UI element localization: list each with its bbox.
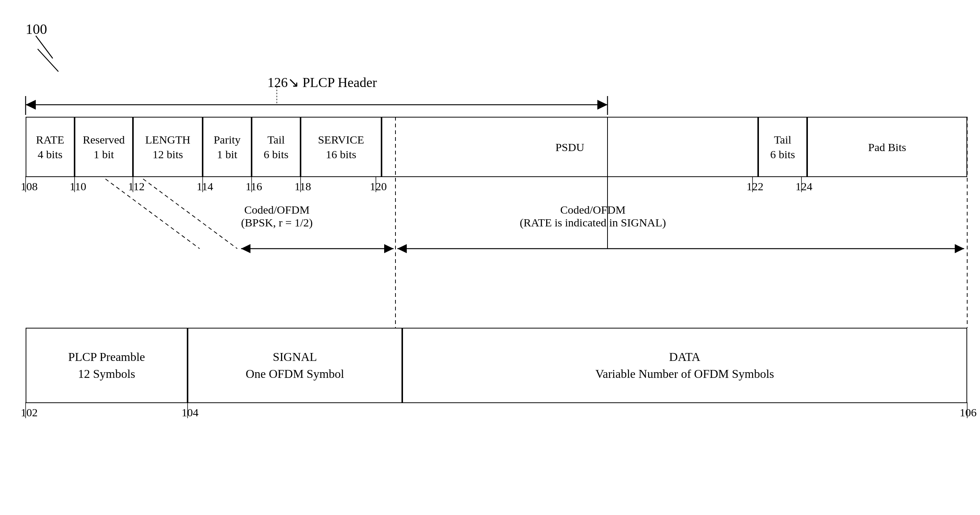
field-tail-2: Tail 6 bits xyxy=(758,118,807,176)
figure-label: 100 xyxy=(25,21,47,37)
ref-106: 106 xyxy=(960,406,977,419)
svg-line-8 xyxy=(105,179,200,249)
ref-118: 118 xyxy=(294,180,311,193)
coded-bpsk-label: Coded/OFDM (BPSK, r = 1/2) xyxy=(241,203,313,229)
bottom-row: PLCP Preamble 12 Symbols SIGNAL One OFDM… xyxy=(25,328,967,403)
svg-overlay xyxy=(0,0,980,515)
ref-116: 116 xyxy=(245,180,262,193)
svg-marker-14 xyxy=(384,244,394,253)
svg-marker-17 xyxy=(955,244,964,253)
field-rate: RATE 4 bits xyxy=(25,118,75,176)
ref-124: 124 xyxy=(795,180,812,193)
ref-102: 102 xyxy=(21,406,38,419)
svg-marker-5 xyxy=(25,100,36,110)
field-signal: SIGNAL One OFDM Symbol xyxy=(188,328,402,402)
ref-112: 112 xyxy=(128,180,145,193)
ref-104: 104 xyxy=(181,406,199,419)
field-pad-bits: Pad Bits xyxy=(807,118,967,176)
svg-line-9 xyxy=(143,179,237,249)
svg-marker-6 xyxy=(597,100,608,110)
ref-122: 122 xyxy=(746,180,764,193)
coded-rate-label: Coded/OFDM (RATE is indicated in SIGNAL) xyxy=(520,203,666,229)
field-parity: Parity 1 bit xyxy=(203,118,251,176)
field-data: DATA Variable Number of OFDM Symbols xyxy=(402,328,967,402)
svg-marker-16 xyxy=(397,244,407,253)
ref-108: 108 xyxy=(21,180,38,193)
field-service: SERVICE 16 bits xyxy=(301,118,382,176)
field-plcp-preamble: PLCP Preamble 12 Symbols xyxy=(25,328,188,402)
field-reserved: Reserved 1 bit xyxy=(75,118,133,176)
svg-line-0 xyxy=(36,36,53,58)
ref-110: 110 xyxy=(70,180,86,193)
field-psdu: PSDU xyxy=(382,118,758,176)
field-length: LENGTH 12 bits xyxy=(133,118,203,176)
fields-row: RATE 4 bits Reserved 1 bit LENGTH 12 bit… xyxy=(25,117,967,177)
plcp-header-ref: 126↘ PLCP Header xyxy=(267,75,377,91)
svg-marker-13 xyxy=(241,244,250,253)
ref-120: 120 xyxy=(370,180,387,193)
diagram-container: 100 126↘ PLCP Header RATE 4 bits Reserve… xyxy=(0,0,980,515)
field-tail-1: Tail 6 bits xyxy=(251,118,301,176)
svg-line-1 xyxy=(38,49,58,72)
ref-114: 114 xyxy=(197,180,213,193)
